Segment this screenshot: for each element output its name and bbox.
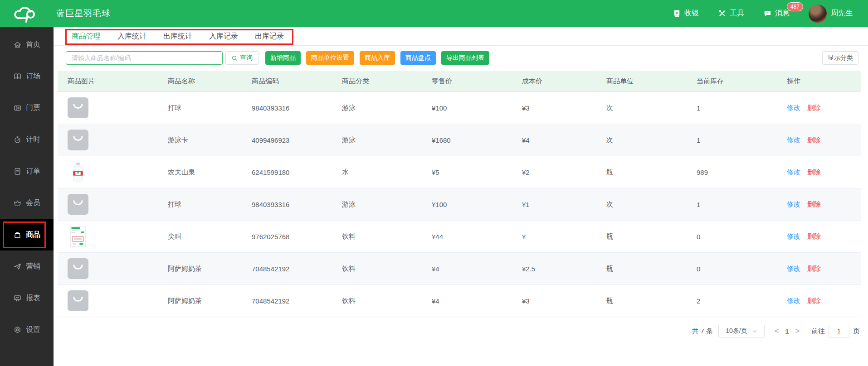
tab-outbound-records[interactable]: 出库记录 [255, 27, 284, 45]
table-row: 阿萨姆奶茶7048542192饮料¥4¥2.5瓶0修改删除 [58, 253, 861, 285]
cell-name: 游泳卡 [158, 136, 242, 144]
cell-category: 游泳 [332, 136, 422, 144]
sidebar-nav: 首页订场门票计时订单会员商品营销报表设置 [0, 27, 54, 366]
main-content: 商品管理入库统计出库统计入库记录出库记录 查询 新增商品商品单位设置商品入库商品… [54, 27, 868, 338]
sidebar-item-label: 商品 [26, 230, 40, 240]
cell-code: 4099496923 [242, 136, 332, 144]
cashier-button[interactable]: ¥ 收银 [673, 9, 699, 18]
goto-page-input[interactable] [829, 325, 849, 337]
cell-image [58, 130, 158, 150]
chevron-down-icon [752, 328, 757, 334]
export-products-button[interactable]: 导出商品列表 [441, 51, 489, 65]
tab-outbound-stats[interactable]: 出库统计 [163, 27, 192, 45]
stopwatch-icon [13, 135, 22, 144]
edit-link[interactable]: 修改 [787, 168, 800, 177]
sidebar-item-member[interactable]: 会员 [0, 187, 54, 219]
cell-cost: ¥2 [512, 169, 596, 176]
bag-placeholder [68, 290, 88, 311]
brand-logo-icon [11, 4, 40, 24]
show-category-button[interactable]: 显示分类 [822, 51, 858, 65]
cell-stock: 1 [687, 201, 777, 208]
delete-link[interactable]: 删除 [807, 200, 821, 209]
sidebar-item-orders[interactable]: 订单 [0, 155, 54, 187]
sidebar-item-home[interactable]: 首页 [0, 29, 54, 60]
delete-link[interactable]: 删除 [807, 232, 821, 241]
edit-link[interactable]: 修改 [787, 265, 800, 273]
cell-actions: 修改删除 [777, 232, 861, 241]
edit-link[interactable]: 修改 [787, 200, 800, 209]
stocktake-button[interactable]: 商品盘点 [400, 51, 436, 65]
edit-link[interactable]: 修改 [787, 104, 800, 112]
cell-cost: ¥1 [512, 201, 596, 208]
column-header-image: 商品图片 [58, 77, 158, 86]
cell-name: 尖叫 [158, 232, 242, 241]
column-header-stock: 当前库存 [687, 77, 777, 86]
current-page[interactable]: 1 [785, 327, 789, 335]
brand-title: 蓝巨星羽毛球 [56, 8, 111, 19]
page-size-value: 10条/页 [726, 327, 747, 335]
pagination: 共 7 条 10条/页 < 1 > 前往 页 [54, 324, 860, 338]
cell-actions: 修改删除 [777, 104, 861, 112]
top-header: 蓝巨星羽毛球 ¥ 收银 [0, 0, 868, 27]
delete-link[interactable]: 删除 [807, 168, 821, 177]
cell-category: 游泳 [332, 104, 422, 112]
sidebar-item-marketing[interactable]: 营销 [0, 250, 54, 282]
cell-stock: 1 [687, 136, 777, 144]
toolbar: 查询 新增商品商品单位设置商品入库商品盘点导出商品列表 显示分类 [66, 51, 858, 65]
cell-unit: 次 [596, 136, 687, 144]
add-product-button[interactable]: 新增商品 [265, 51, 301, 65]
gear-icon [13, 326, 22, 334]
next-page-button[interactable]: > [795, 327, 800, 335]
table-row: 游泳卡4099496923游泳¥1680¥4次1修改删除 [58, 124, 861, 156]
cell-unit: 瓶 [596, 297, 687, 305]
message-bubble-icon [763, 9, 772, 18]
tools-button[interactable]: 工具 [718, 9, 744, 18]
edit-link[interactable]: 修改 [787, 232, 800, 241]
sidebar-item-timer[interactable]: 计时 [0, 124, 54, 155]
svg-text:¥: ¥ [676, 11, 678, 15]
user-menu[interactable]: 周先生 [809, 5, 853, 23]
tab-inbound-stats[interactable]: 入库统计 [117, 27, 146, 45]
search-button[interactable]: 查询 [225, 51, 259, 65]
stock-in-button[interactable]: 商品入库 [360, 51, 395, 65]
delete-link[interactable]: 删除 [807, 265, 821, 273]
edit-link[interactable]: 修改 [787, 297, 800, 305]
page-size-select[interactable]: 10条/页 [718, 325, 765, 337]
pagination-total: 共 7 条 [692, 327, 713, 336]
sidebar-item-report[interactable]: 报表 [0, 282, 54, 314]
cell-code: 7048542192 [242, 265, 332, 273]
delete-link[interactable]: 删除 [807, 104, 821, 112]
cell-actions: 修改删除 [777, 297, 861, 305]
search-button-label: 查询 [240, 54, 253, 62]
cell-price: ¥1680 [422, 136, 512, 144]
table-row: 农夫山泉6241599180水¥5¥2瓶989修改删除 [58, 156, 861, 188]
search-input[interactable] [66, 51, 223, 65]
sidebar-item-goods[interactable]: 商品 [0, 219, 54, 250]
tab-goods-management[interactable]: 商品管理 [72, 27, 101, 45]
cell-unit: 次 [596, 200, 687, 209]
cell-unit: 瓶 [596, 265, 687, 273]
column-header-category: 商品分类 [332, 77, 422, 86]
unit-settings-button[interactable]: 商品单位设置 [306, 51, 354, 65]
edit-link[interactable]: 修改 [787, 136, 800, 144]
messages-button[interactable]: 消息 487 [763, 9, 790, 18]
table-row: 打球9840393316游泳¥100¥3次1修改删除 [58, 92, 861, 124]
sidebar-item-booking[interactable]: 订场 [0, 60, 54, 92]
sidebar-item-settings[interactable]: 设置 [0, 314, 54, 346]
goto-label: 前往 [811, 327, 825, 336]
sidebar-item-ticket[interactable]: 门票 [0, 92, 54, 124]
tab-bar: 商品管理入库统计出库统计入库记录出库记录 [54, 27, 868, 46]
products-table: 商品图片商品名称商品编码商品分类零售价成本价商品单位当前库存操作 打球98403… [58, 71, 861, 317]
delete-link[interactable]: 删除 [807, 297, 821, 305]
prev-page-button[interactable]: < [775, 327, 779, 335]
cell-name: 阿萨姆奶茶 [158, 265, 242, 273]
delete-link[interactable]: 删除 [807, 136, 821, 144]
tab-inbound-records[interactable]: 入库记录 [209, 27, 238, 45]
cashier-label: 收银 [684, 9, 699, 18]
cell-actions: 修改删除 [777, 200, 861, 209]
table-body: 打球9840393316游泳¥100¥3次1修改删除游泳卡4099496923游… [58, 92, 861, 317]
sidebar-item-label: 门票 [26, 103, 40, 113]
ticket-icon [13, 104, 22, 112]
cell-actions: 修改删除 [777, 265, 861, 273]
cell-category: 饮料 [332, 232, 422, 241]
